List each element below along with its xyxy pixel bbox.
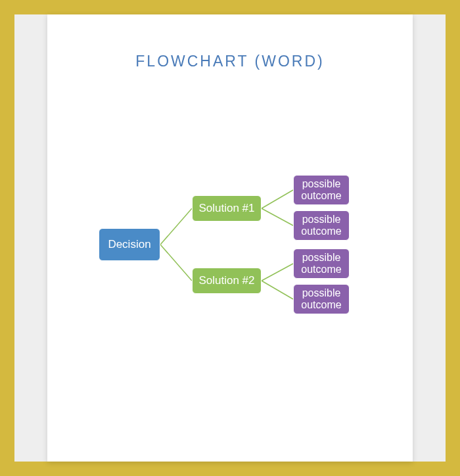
outcome-node-2: possible outcome <box>293 210 350 241</box>
document-page: FLOWCHART (WORD) Decision Solution #1 So… <box>47 14 413 462</box>
svg-line-3 <box>262 208 293 226</box>
outcome-node-1: possible outcome <box>293 175 350 205</box>
svg-line-5 <box>262 281 293 299</box>
flowchart-diagram: Decision Solution #1 Solution #2 possibl… <box>99 172 375 317</box>
svg-line-0 <box>160 208 192 245</box>
solution-node-1: Solution #1 <box>192 195 262 222</box>
svg-line-1 <box>160 245 192 281</box>
solution-node-2: Solution #2 <box>192 268 262 294</box>
outcome-node-4: possible outcome <box>293 284 350 314</box>
page-title: FLOWCHART (WORD) <box>47 53 413 70</box>
outcome-node-3: possible outcome <box>293 249 350 279</box>
decision-node: Decision <box>99 228 160 261</box>
svg-line-4 <box>262 264 293 281</box>
svg-line-2 <box>262 190 293 208</box>
outer-frame: FLOWCHART (WORD) Decision Solution #1 So… <box>14 14 446 462</box>
